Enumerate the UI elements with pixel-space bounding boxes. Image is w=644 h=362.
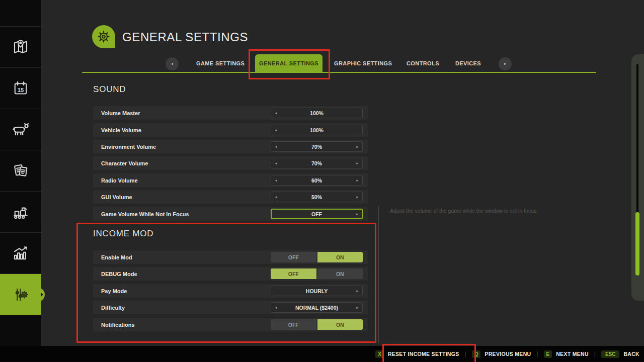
stepper-right-arrow-icon[interactable]: ▸ — [356, 212, 358, 216]
tab-underline — [82, 72, 596, 73]
row-vehicle-volume: Vehicle Volume ◂ 100% ▸ — [93, 123, 368, 137]
setting-label: GUI Volume — [101, 194, 132, 200]
page-scrollbar — [631, 54, 644, 301]
sidebar-item-statistics[interactable] — [0, 232, 41, 274]
tab-devices[interactable]: DEVICES — [455, 60, 481, 66]
sidebar: 15 — [0, 0, 41, 346]
separator: | — [594, 350, 596, 357]
toggle-off-button[interactable]: OFF — [271, 319, 316, 330]
notifications-toggle[interactable]: OFF ON — [271, 319, 363, 330]
setting-label: Environment Volume — [101, 144, 156, 150]
character-volume-stepper[interactable]: ◂ 70% ▸ — [271, 158, 363, 168]
stepper-left-arrow-icon[interactable]: ◂ — [275, 161, 277, 165]
row-volume-master: Volume Master ◂ 100% ▸ — [93, 106, 368, 120]
row-character-volume: Character Volume ◂ 70% ▸ — [93, 156, 368, 170]
stepper-right-arrow-icon[interactable]: ▸ — [356, 195, 358, 199]
hint-label: PREVIOUS MENU — [485, 351, 531, 357]
toggle-off-button[interactable]: OFF — [271, 268, 316, 279]
sidebar-item-contracts[interactable] — [0, 150, 41, 191]
stepper-left-arrow-icon[interactable]: ◂ — [275, 145, 277, 149]
hint-back[interactable]: ESC BACK — [601, 350, 639, 358]
sidebar-item-map[interactable] — [0, 26, 41, 67]
sidebar-item-settings[interactable] — [0, 274, 41, 315]
settings-list-scrollbar[interactable] — [378, 206, 379, 343]
pay-mode-stepper[interactable]: ◂ HOURLY ▸ — [271, 286, 363, 296]
chevron-left-icon: ◂ — [171, 62, 173, 66]
tab-game-settings[interactable]: GAME SETTINGS — [196, 60, 245, 66]
key-badge-esc: ESC — [601, 350, 620, 358]
section-title-sound: SOUND — [93, 84, 126, 95]
toggle-off-button[interactable]: OFF — [271, 252, 316, 262]
enable-mod-toggle[interactable]: OFF ON — [271, 252, 363, 262]
sidebar-item-animals[interactable] — [0, 109, 41, 150]
tab-graphic-settings[interactable]: GRAPHIC SETTINGS — [334, 60, 392, 66]
stepper-value: 100% — [310, 127, 324, 133]
bottom-hotkey-bar: X RESET INCOME SETTINGS | Q PREVIOUS MEN… — [0, 346, 644, 362]
settings-badge — [92, 25, 115, 48]
hint-label: BACK — [623, 351, 639, 357]
scrollbar-thumb[interactable] — [635, 212, 639, 276]
hint-previous-menu[interactable]: Q PREVIOUS MENU — [472, 350, 531, 358]
row-radio-volume: Radio Volume ◂ 60% ▸ — [93, 173, 368, 187]
separator: | — [465, 350, 466, 357]
setting-label: Radio Volume — [101, 177, 138, 184]
vehicle-volume-stepper[interactable]: ◂ 100% ▸ — [271, 125, 363, 135]
row-difficulty: Difficulty ◂ NORMAL ($2400) ▸ — [93, 301, 368, 314]
difficulty-stepper[interactable]: ◂ NORMAL ($2400) ▸ — [271, 302, 363, 313]
row-gui-volume: GUI Volume ◂ 50% ▸ — [93, 190, 368, 204]
setting-label: Volume Master — [101, 110, 140, 116]
sidebar-item-calendar[interactable]: 15 — [0, 67, 41, 109]
row-pay-mode: Pay Mode ◂ HOURLY ▸ — [93, 284, 368, 298]
separator: | — [536, 350, 538, 357]
key-badge-e: E — [544, 350, 552, 358]
settings-sliders-icon — [12, 286, 30, 304]
toggle-on-button[interactable]: ON — [317, 268, 363, 279]
production-icon — [12, 203, 30, 221]
contracts-icon — [12, 162, 30, 180]
stepper-value: 50% — [311, 194, 322, 200]
hint-reset-income-settings[interactable]: X RESET INCOME SETTINGS — [375, 350, 459, 358]
section-title-income-mod: INCOME MOD — [93, 229, 153, 239]
tab-controls[interactable]: CONTROLS — [407, 60, 439, 66]
sidebar-divider — [0, 315, 41, 315]
stepper-left-arrow-icon[interactable]: ◂ — [275, 111, 277, 115]
stepper-left-arrow-icon[interactable]: ◂ — [275, 306, 277, 310]
stepper-right-arrow-icon[interactable]: ▸ — [356, 289, 358, 293]
environment-volume-stepper[interactable]: ◂ 70% ▸ — [271, 141, 363, 152]
gear-icon — [96, 29, 111, 44]
toggle-on-button[interactable]: ON — [317, 252, 363, 262]
setting-label: Character Volume — [101, 160, 148, 166]
sidebar-item-production[interactable] — [0, 191, 41, 232]
setting-label: Pay Mode — [101, 288, 127, 294]
stepper-left-arrow-icon[interactable]: ◂ — [275, 195, 277, 199]
key-badge-q: Q — [472, 350, 481, 358]
stepper-right-arrow-icon[interactable]: ▸ — [356, 306, 358, 310]
radio-volume-stepper[interactable]: ◂ 60% ▸ — [271, 175, 363, 186]
calendar-icon: 15 — [12, 79, 30, 98]
stepper-left-arrow-icon[interactable]: ◂ — [275, 178, 277, 183]
stepper-left-arrow-icon[interactable]: ◂ — [275, 128, 277, 132]
debug-mode-toggle[interactable]: OFF ON — [271, 268, 363, 279]
hint-next-menu[interactable]: E NEXT MENU — [544, 350, 589, 358]
tab-general-settings[interactable]: GENERAL SETTINGS — [255, 54, 323, 72]
key-badge-x: X — [375, 350, 384, 358]
setting-label: Difficulty — [101, 305, 125, 311]
row-debug-mode: DEBUG Mode OFF ON — [93, 267, 368, 281]
hint-label: RESET INCOME SETTINGS — [388, 351, 459, 357]
row-notifications: Notifications OFF ON — [93, 318, 368, 331]
game-volume-not-in-focus-stepper[interactable]: ◂ OFF ▸ — [271, 209, 363, 219]
stepper-right-arrow-icon[interactable]: ▸ — [356, 178, 358, 183]
setting-label: Vehicle Volume — [101, 127, 141, 133]
tabs-next-button[interactable]: ▸ — [499, 57, 512, 70]
stepper-value: 100% — [310, 110, 324, 116]
active-tab-arrow-icon — [41, 293, 43, 297]
statistics-icon — [12, 244, 30, 262]
volume-master-stepper[interactable]: ◂ 100% ▸ — [271, 108, 363, 118]
cow-icon — [11, 120, 30, 139]
tabs-prev-button[interactable]: ◂ — [166, 57, 179, 70]
toggle-on-button[interactable]: ON — [317, 319, 363, 330]
stepper-right-arrow-icon[interactable]: ▸ — [356, 161, 358, 165]
setting-label: Notifications — [101, 322, 135, 328]
stepper-right-arrow-icon[interactable]: ▸ — [356, 145, 358, 149]
gui-volume-stepper[interactable]: ◂ 50% ▸ — [271, 192, 363, 202]
